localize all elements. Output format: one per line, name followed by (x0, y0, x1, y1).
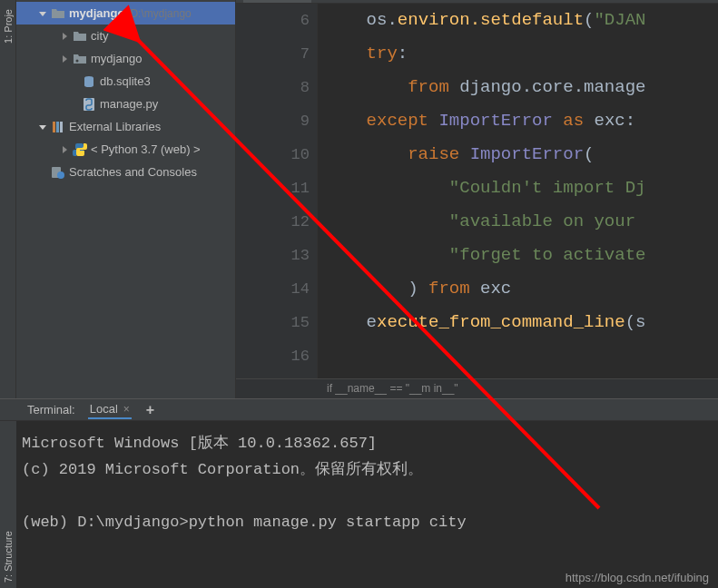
project-tool-tab[interactable]: 1: Proje (3, 4, 14, 49)
tree-item-label: mydjango (91, 52, 142, 65)
line-number: 10 (236, 138, 317, 172)
structure-tool-tab[interactable]: 7: Structure (0, 421, 16, 588)
line-number: 16 (236, 339, 317, 373)
code-line[interactable]: from django.core.manage (325, 71, 645, 104)
tree-item-label: manage.py (100, 97, 158, 111)
line-number: 6 (236, 4, 317, 37)
terminal-tab[interactable]: Local × (88, 400, 132, 419)
svg-point-7 (57, 172, 64, 179)
tree-item-mydjango[interactable]: mydjango (16, 47, 235, 70)
project-tree: mydjango D:\mydjango city mydjango db.sq… (16, 0, 236, 398)
chevron-right-icon (60, 145, 69, 154)
svg-rect-2 (84, 98, 94, 111)
breadcrumb[interactable]: if __name__ == "__m in__" (236, 378, 718, 398)
code-line[interactable]: ) from exc (325, 272, 645, 306)
code-line[interactable]: raise ImportError( (325, 138, 645, 172)
package-icon (73, 52, 87, 66)
line-number: 15 (236, 306, 317, 339)
python-icon (73, 142, 87, 157)
code-line[interactable]: "Couldn't import Dj (325, 172, 645, 205)
scratches-icon (51, 165, 65, 180)
python-file-icon (82, 97, 96, 112)
line-number: 12 (236, 205, 317, 239)
tree-root-label: mydjango (69, 6, 124, 20)
line-number: 11 (236, 172, 317, 205)
code-line[interactable]: "forget to activate (325, 239, 645, 272)
tree-item-label: db.sqlite3 (100, 74, 151, 88)
tree-item-city[interactable]: city (16, 24, 235, 47)
line-number: 9 (236, 104, 317, 138)
chevron-down-icon (38, 122, 47, 132)
tree-python-label: < Python 3.7 (web) > (91, 142, 201, 156)
code-line[interactable] (325, 339, 645, 373)
folder-icon (51, 6, 65, 21)
svg-point-0 (76, 59, 79, 62)
line-number: 13 (236, 239, 317, 272)
svg-rect-3 (53, 122, 55, 132)
tree-root[interactable]: mydjango D:\mydjango (16, 2, 235, 24)
svg-rect-4 (56, 122, 59, 132)
chevron-right-icon (60, 32, 69, 41)
left-toolbar: 1: Proje (0, 0, 16, 398)
terminal-tab-label: Local (90, 402, 118, 416)
code-content[interactable]: os.environ.setdefault("DJAN try: from dj… (318, 4, 645, 378)
watermark: https://blog.csdn.net/ifubing (566, 571, 709, 584)
terminal-panel: Terminal: Local × + 7: Structure Microso… (0, 398, 718, 588)
tree-item-db[interactable]: db.sqlite3 (16, 70, 235, 93)
terminal-output[interactable]: Microsoft Windows [版本 10.0.18362.657] (c… (0, 421, 718, 544)
terminal-header: Terminal: Local × + (0, 399, 718, 421)
line-number: 7 (236, 37, 317, 71)
tree-item-label: city (91, 29, 109, 43)
svg-rect-5 (60, 122, 63, 132)
tree-scratches[interactable]: Scratches and Consoles (16, 161, 235, 183)
add-terminal-button[interactable]: + (146, 402, 154, 418)
code-line[interactable]: "available on your (325, 205, 645, 239)
folder-icon (73, 29, 87, 44)
tree-root-path: D:\mydjango (130, 7, 191, 20)
line-number: 14 (236, 272, 317, 306)
code-line[interactable]: except ImportError as exc: (325, 104, 645, 138)
code-line[interactable]: execute_from_command_line(s (325, 306, 645, 339)
line-number: 8 (236, 71, 317, 104)
database-icon (82, 74, 96, 89)
chevron-down-icon (38, 9, 47, 18)
tree-external-label: External Libraries (69, 120, 161, 133)
tree-scratches-label: Scratches and Consoles (69, 165, 197, 179)
line-gutter: 678910111213141516 (236, 4, 318, 378)
close-icon[interactable]: × (123, 403, 130, 416)
editor: manage.py 678910111213141516 os.environ.… (236, 0, 718, 398)
terminal-title: Terminal: (27, 403, 75, 416)
library-icon (51, 120, 65, 134)
tree-external-libs[interactable]: External Libraries (16, 115, 235, 138)
tree-python-sdk[interactable]: < Python 3.7 (web) > (16, 138, 235, 161)
tree-item-managepy[interactable]: manage.py (16, 93, 235, 115)
code-line[interactable]: os.environ.setdefault("DJAN (325, 4, 645, 37)
code-line[interactable]: try: (325, 37, 645, 71)
code-area[interactable]: 678910111213141516 os.environ.setdefault… (236, 4, 718, 378)
chevron-right-icon (60, 54, 69, 64)
